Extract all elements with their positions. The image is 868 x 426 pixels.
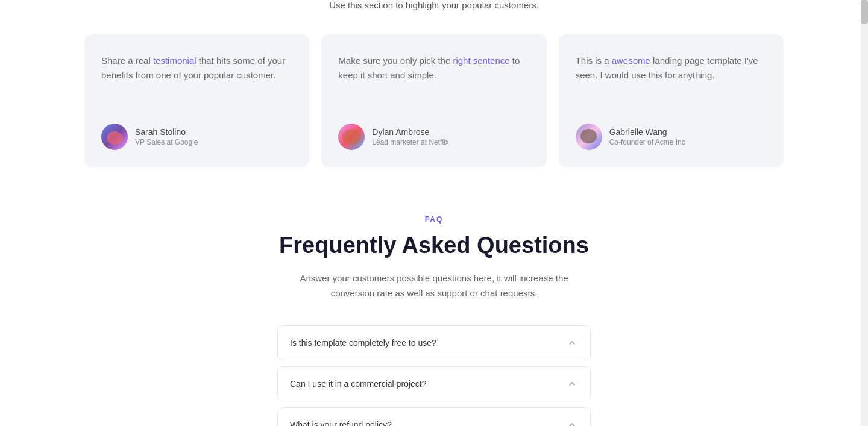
faq-title: Frequently Asked Questions [84,232,784,260]
testimonial-author-3: Gabrielle Wang Co-founder of Acme Inc [576,124,767,150]
author-role-1: VP Sales at Google [135,138,198,146]
faq-question-text-2: Can I use it in a commercial project? [290,379,426,389]
chevron-up-icon-3 [566,419,578,426]
chevron-up-icon-2 [566,378,578,390]
faq-section: FAQ Frequently Asked Questions Answer yo… [0,203,868,426]
scrollbar[interactable] [861,0,868,426]
top-section: Use this section to highlight your popul… [0,0,868,34]
testimonial-highlight-3: awesome [612,55,650,66]
testimonial-highlight-1: testimonial [153,55,197,66]
faq-question-2[interactable]: Can I use it in a commercial project? [278,367,590,401]
testimonial-text-3: This is a awesome landing page template … [576,54,767,83]
testimonial-card-2: Make sure you only pick the right senten… [321,34,546,167]
avatar-3 [576,124,602,150]
testimonials-grid: Share a real testimonial that hits some … [84,34,784,167]
author-name-1: Sarah Stolino [135,127,198,137]
faq-label: FAQ [84,215,784,224]
avatar-1 [101,124,128,150]
faq-item-3: What is your refund policy? [277,407,591,426]
faq-item-1: Is this template completely free to use? [277,325,591,360]
faq-question-text-3: What is your refund policy? [290,420,392,426]
author-info-1: Sarah Stolino VP Sales at Google [135,127,198,146]
testimonials-section: Share a real testimonial that hits some … [0,34,868,203]
faq-question-text-1: Is this template completely free to use? [290,338,436,348]
avatar-2 [338,124,365,150]
author-role-3: Co-founder of Acme Inc [609,138,685,146]
faq-question-3[interactable]: What is your refund policy? [278,408,590,426]
author-role-2: Lead marketer at Netflix [372,138,448,146]
scrollbar-thumb[interactable] [861,0,868,24]
faq-list: Is this template completely free to use?… [277,325,591,426]
testimonial-card-1: Share a real testimonial that hits some … [84,34,309,167]
testimonial-card-3: This is a awesome landing page template … [559,34,784,167]
author-name-2: Dylan Ambrose [372,127,448,137]
author-info-3: Gabrielle Wang Co-founder of Acme Inc [609,127,685,146]
author-info-2: Dylan Ambrose Lead marketer at Netflix [372,127,448,146]
chevron-up-icon-1 [566,337,578,349]
testimonial-highlight-2: right sentence [453,55,509,66]
faq-question-1[interactable]: Is this template completely free to use? [278,326,590,360]
testimonial-author-2: Dylan Ambrose Lead marketer at Netflix [338,124,529,150]
testimonial-text-2: Make sure you only pick the right senten… [338,54,529,83]
faq-subtitle: Answer your customers possible questions… [277,271,591,301]
faq-item-2: Can I use it in a commercial project? [277,366,591,401]
top-subtitle: Use this section to highlight your popul… [0,0,868,10]
testimonial-text-1: Share a real testimonial that hits some … [101,54,292,83]
testimonial-author-1: Sarah Stolino VP Sales at Google [101,124,292,150]
author-name-3: Gabrielle Wang [609,127,685,137]
